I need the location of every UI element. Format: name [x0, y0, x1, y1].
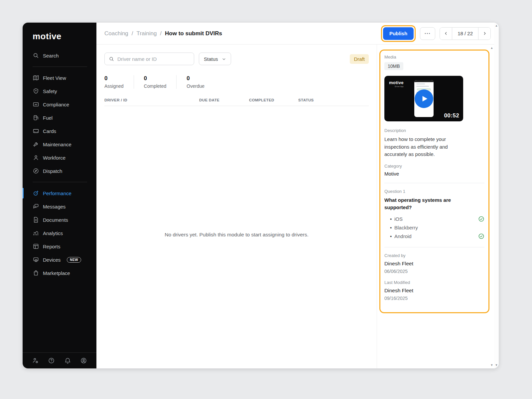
category-value: Motive — [384, 171, 484, 177]
bell-icon[interactable] — [64, 357, 71, 364]
active-indicator — [23, 188, 24, 199]
video-brand-subtitle: Driver App — [389, 85, 404, 87]
video-brand-logo: motive Driver App — [389, 80, 404, 87]
sidebar-item-label: Performance — [43, 191, 71, 196]
chevron-left-icon — [444, 31, 448, 36]
breadcrumb-training[interactable]: Training — [137, 30, 157, 37]
stat-value: 0 — [144, 75, 167, 82]
answer-options: iOS Blackberry Android — [384, 214, 484, 241]
sidebar-item-messages[interactable]: Messages — [23, 200, 96, 213]
scroll-down-icon[interactable]: ▼ — [490, 364, 493, 367]
person-icon — [33, 154, 39, 161]
sidebar-item-label: Fuel — [43, 115, 53, 121]
publish-highlight-ring: Publish — [381, 25, 416, 42]
sidebar-item-label: Reports — [43, 244, 61, 249]
sidebar-divider — [33, 66, 87, 67]
description-text: Learn how to complete your inspections a… — [384, 136, 462, 158]
answer-option-blackberry: Blackberry — [384, 223, 484, 232]
last-modified-label: Last Modified — [384, 280, 484, 285]
play-button[interactable] — [415, 89, 433, 108]
previous-page-button[interactable] — [440, 28, 452, 40]
correct-check-icon — [478, 233, 484, 239]
status-filter-label: Status — [204, 56, 218, 62]
sidebar-item-fleet-view[interactable]: Fleet View — [23, 71, 96, 84]
help-icon[interactable] — [48, 357, 55, 364]
sidebar-item-fuel[interactable]: Fuel — [23, 111, 96, 124]
pagination: 18 / 22 — [440, 27, 491, 40]
breadcrumb-separator: / — [132, 30, 133, 37]
drivers-section: Status Draft 0 Assigned 0 Completed — [96, 45, 377, 368]
breadcrumb-coaching[interactable]: Coaching — [104, 30, 128, 37]
last-modified-value: Dinesh Fleet — [384, 288, 484, 294]
stat-label: Completed — [144, 83, 167, 89]
status-filter-dropdown[interactable]: Status — [199, 53, 231, 65]
sidebar-item-workforce[interactable]: Workforce — [23, 151, 96, 164]
sidebar-item-analytics[interactable]: Analytics — [23, 226, 96, 240]
sidebar-item-devices[interactable]: Devices NEW — [23, 253, 96, 266]
profile-icon[interactable] — [80, 357, 87, 364]
last-modified-date: 09/16/2025 — [384, 296, 484, 301]
sidebar-item-dispatch[interactable]: Dispatch — [23, 164, 96, 178]
admin-user-gear-icon[interactable] — [32, 357, 39, 364]
scroll-down-icon[interactable]: ▼ — [495, 364, 498, 367]
publish-button[interactable]: Publish — [383, 27, 414, 40]
sidebar-item-label: Fleet View — [43, 75, 66, 81]
sidebar-item-cards[interactable]: Cards — [23, 124, 96, 138]
new-badge: NEW — [67, 257, 81, 263]
window-scrollbar: ▲ ▼ — [494, 23, 499, 368]
app-window: motive Search Fleet View Safety Complian… — [23, 23, 499, 368]
sidebar-item-documents[interactable]: Documents — [23, 213, 96, 226]
fuel-pump-icon — [33, 114, 39, 121]
sidebar: motive Search Fleet View Safety Complian… — [23, 23, 96, 368]
video-thumbnail[interactable]: motive Driver App — [384, 76, 463, 121]
panel-divider — [384, 247, 484, 247]
column-due-date: DUE DATE — [199, 98, 249, 102]
stat-assigned: 0 Assigned — [104, 75, 134, 89]
answer-option-android: Android — [384, 232, 484, 241]
next-page-button[interactable] — [478, 28, 490, 40]
column-completed: COMPLETED — [249, 98, 298, 102]
desktop-background: motive Search Fleet View Safety Complian… — [0, 0, 532, 399]
sidebar-item-label: Devices — [43, 257, 61, 263]
filters-row: Status Draft — [104, 53, 369, 65]
draft-status-badge: Draft — [350, 54, 369, 64]
chevron-down-icon — [222, 57, 226, 61]
details-highlight-box: Media 10MB motive Driver App — [379, 50, 489, 313]
media-size-badge: 10MB — [384, 62, 403, 70]
panel-scrollbar: ▲ ▼ — [489, 45, 494, 368]
header-actions: Publish ··· 18 / 22 — [381, 25, 491, 42]
sidebar-item-label: Safety — [43, 88, 57, 94]
sidebar-item-maintenance[interactable]: Maintenance — [23, 138, 96, 151]
sidebar-item-label: Maintenance — [43, 142, 71, 147]
question-text: What operating systems are supported? — [384, 197, 463, 211]
sidebar-item-performance[interactable]: Performance — [23, 187, 96, 200]
page-body: Status Draft 0 Assigned 0 Completed — [96, 45, 499, 368]
sidebar-item-compliance[interactable]: Compliance — [23, 98, 96, 111]
shopping-bag-icon — [33, 270, 39, 276]
document-icon — [33, 216, 39, 223]
driver-search-box — [104, 53, 194, 65]
sidebar-item-reports[interactable]: Reports — [23, 240, 96, 253]
more-actions-button[interactable]: ··· — [420, 27, 435, 40]
dispatch-compass-icon — [33, 168, 39, 174]
video-duration: 00:52 — [444, 112, 459, 119]
sidebar-item-search[interactable]: Search — [23, 49, 96, 62]
stat-overdue: 0 Overdue — [187, 75, 214, 89]
sidebar-footer — [23, 352, 96, 368]
scroll-up-icon[interactable]: ▲ — [490, 47, 493, 50]
sidebar-item-label: Dispatch — [43, 168, 62, 174]
correct-check-icon — [478, 216, 484, 222]
breadcrumb: Coaching / Training / How to submit DVIR… — [104, 30, 222, 37]
sidebar-item-safety[interactable]: Safety — [23, 84, 96, 98]
scroll-up-icon[interactable]: ▲ — [495, 24, 498, 27]
sidebar-item-marketplace[interactable]: Marketplace — [23, 266, 96, 280]
sidebar-item-label: Marketplace — [43, 270, 70, 276]
sidebar-item-label: Messages — [43, 204, 66, 209]
question-label: Question 1 — [384, 189, 484, 194]
sidebar-item-label: Compliance — [43, 102, 69, 107]
driver-search-input[interactable] — [117, 56, 190, 62]
sidebar-item-label: Search — [43, 53, 59, 59]
content-area: Coaching / Training / How to submit DVIR… — [96, 23, 499, 368]
sidebar-item-label: Cards — [43, 128, 56, 134]
panel-divider — [384, 183, 484, 183]
